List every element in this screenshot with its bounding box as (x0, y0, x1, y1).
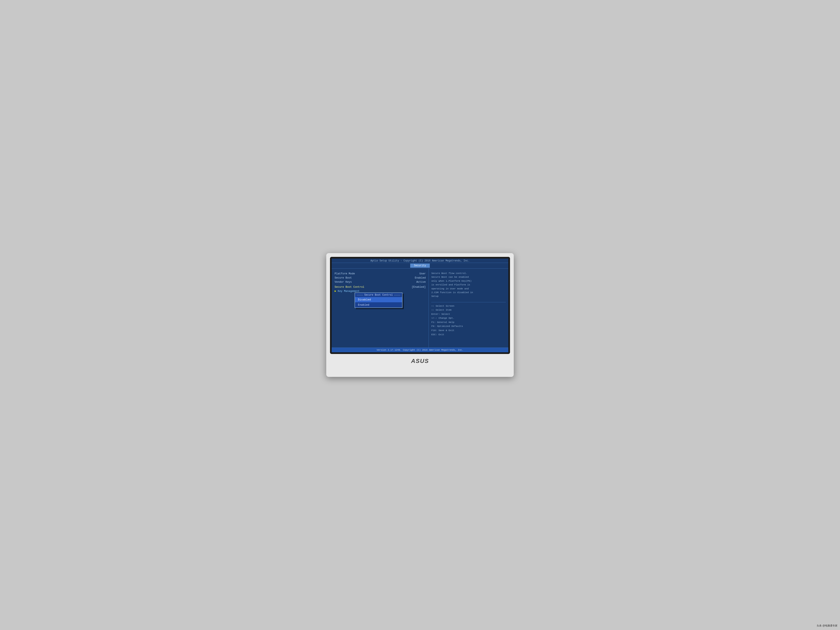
key-management-row[interactable]: Key Management (335, 290, 426, 293)
bottom-bar: Version 2.17.1249. Copyright (C) 2016 Am… (332, 347, 508, 352)
secure-boot-row: Secure Boot Enabled (335, 276, 426, 279)
dropdown-option-disabled[interactable]: Disabled (355, 297, 402, 302)
vendor-keys-label: Vendor Keys (335, 281, 352, 284)
main-content: Platform Mode User Secure Boot Enabled V… (332, 268, 508, 347)
key-help-f10: F10: Save & Exit (431, 328, 506, 333)
vendor-keys-row: Vendor Keys Active (335, 281, 426, 284)
laptop-bottom: ASUS (330, 354, 510, 365)
platform-mode-row: Platform Mode User (335, 272, 426, 275)
asus-logo: ASUS (411, 358, 429, 365)
secure-boot-control-value: [Enabled] (412, 286, 426, 289)
bottom-bar-text: Version 2.17.1249. Copyright (C) 2016 Am… (377, 349, 463, 351)
dropdown-option-enabled[interactable]: Enabled (355, 302, 402, 308)
platform-mode-value: User (419, 272, 426, 275)
key-help-f9: F9: Optimized Defaults (431, 324, 506, 328)
tab-security[interactable]: Security (410, 264, 430, 268)
platform-mode-label: Platform Mode (335, 272, 355, 275)
dropdown-overlay: Secure Boot Control Disabled Enabled (355, 292, 403, 308)
right-panel: Secure Boot flow control. Secure Boot ca… (429, 268, 508, 347)
divider (431, 302, 506, 302)
title-bar: Aptio Setup Utility - Copyright (C) 2016… (332, 259, 508, 263)
dropdown-box[interactable]: Secure Boot Control Disabled Enabled (355, 292, 403, 308)
secure-boot-control-row[interactable]: Secure Boot Control [Enabled] (335, 286, 426, 289)
key-help-f1: F1: General Help (431, 320, 506, 324)
key-help-enter: Enter: Select (431, 312, 506, 316)
key-help-esc: ESC: Exit (431, 333, 506, 337)
help-text: Secure Boot flow control. Secure Boot ca… (431, 272, 506, 298)
secure-boot-control-label: Secure Boot Control (335, 286, 365, 289)
tab-bar: Security (332, 263, 508, 268)
dropdown-title: Secure Boot Control (355, 293, 402, 297)
vendor-keys-value: Active (416, 281, 426, 284)
laptop-body: Aptio Setup Utility - Copyright (C) 2016… (326, 253, 514, 377)
screen-bezel: Aptio Setup Utility - Copyright (C) 2016… (330, 257, 510, 354)
secure-boot-label: Secure Boot (335, 276, 352, 279)
key-management-label: Key Management (335, 290, 360, 293)
dropdown-title-text: Secure Boot Control (365, 294, 393, 297)
secure-boot-value: Enabled (415, 276, 426, 279)
left-panel: Platform Mode User Secure Boot Enabled V… (332, 268, 429, 347)
key-help-select-screen: ↔: Select Screen (431, 304, 506, 308)
title-text: Aptio Setup Utility - Copyright (C) 2016… (370, 259, 469, 262)
bios-screen: Aptio Setup Utility - Copyright (C) 2016… (332, 259, 508, 352)
key-help-select-item: ↕: Select Item (431, 308, 506, 312)
key-help: ↔: Select Screen ↕: Select Item Enter: S… (431, 304, 506, 336)
watermark: 头条 @电脑通专家 (817, 624, 837, 627)
key-help-change: +/-: Change Opt. (431, 316, 506, 320)
